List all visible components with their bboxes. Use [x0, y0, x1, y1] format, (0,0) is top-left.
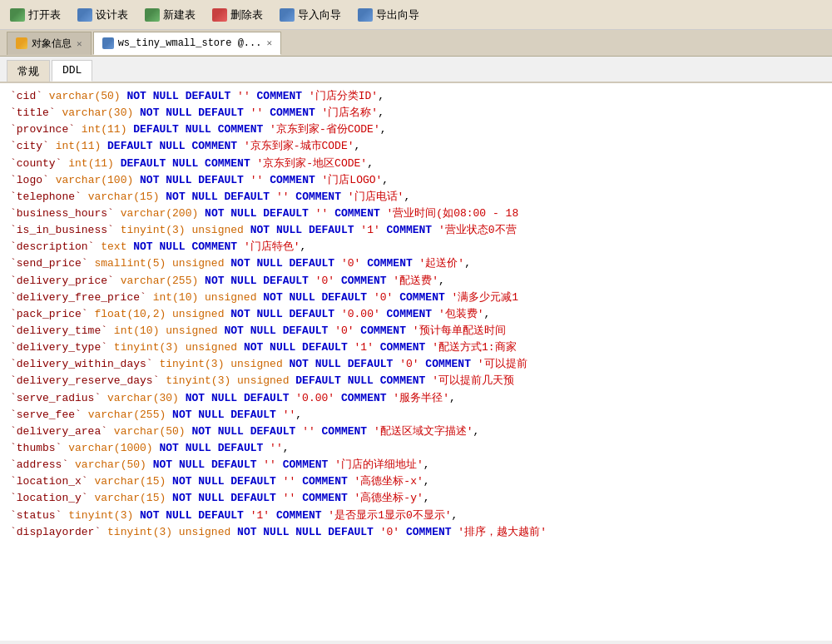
tab-object-info[interactable]: 对象信息 ✕	[7, 32, 92, 55]
export-wizard-icon	[358, 8, 373, 22]
sql-line-18: `delivery_reserve_days` tinyint(3) unsig…	[10, 373, 822, 389]
subtab-ddl[interactable]: DDL	[52, 60, 92, 82]
open-table-label: 打开表	[28, 7, 61, 22]
object-info-tab-label: 对象信息	[32, 37, 72, 51]
export-wizard-button[interactable]: 导出向导	[354, 6, 423, 24]
sql-line-14: `pack_price` float(10,2) unsigned NOT NU…	[10, 306, 822, 323]
object-info-tab-close[interactable]: ✕	[77, 38, 82, 49]
sql-line-1: `cid` varchar(50) NOT NULL DEFAULT '' CO…	[10, 88, 822, 105]
export-wizard-label: 导出向导	[376, 7, 419, 22]
subtab-general-label: 常规	[17, 66, 39, 78]
sql-line-9: `is_in_business` tinyint(3) unsigned NOT…	[10, 222, 822, 239]
subtab-ddl-label: DDL	[62, 64, 82, 77]
design-table-button[interactable]: 设计表	[74, 6, 131, 24]
import-wizard-icon	[280, 8, 295, 22]
open-table-icon	[10, 8, 25, 22]
store-table-tab-icon	[102, 37, 114, 49]
sql-line-23: `address` varchar(50) NOT NULL DEFAULT '…	[10, 457, 822, 473]
sql-line-10: `description` text NOT NULL COMMENT '门店特…	[10, 239, 822, 255]
sql-line-20: `serve_fee` varchar(255) NOT NULL DEFAUL…	[10, 407, 822, 424]
sql-line-21: `delivery_area` varchar(50) NOT NULL DEF…	[10, 424, 822, 440]
subtab-bar: 常规 DDL	[0, 57, 832, 83]
sql-line-3: `province` int(11) DEFAULT NULL COMMENT …	[10, 121, 822, 138]
sql-line-12: `delivery_price` varchar(255) NOT NULL D…	[10, 273, 822, 290]
store-table-tab-label: ws_tiny_wmall_store @...	[118, 37, 262, 49]
content-area: 常规 DDL `cid` varchar(50) NOT NULL DEFAUL…	[0, 57, 832, 614]
import-wizard-label: 导入向导	[298, 7, 341, 22]
sql-line-5: `county` int(11) DEFAULT NULL COMMENT '京…	[10, 156, 822, 172]
object-info-tab-icon	[16, 37, 27, 49]
sql-line-22: `thumbs` varchar(1000) NOT NULL DEFAULT …	[10, 440, 822, 457]
new-table-label: 新建表	[163, 7, 196, 22]
sql-line-15: `delivery_time` int(10) unsigned NOT NUL…	[10, 323, 822, 339]
sql-line-26: `status` tinyint(3) NOT NULL DEFAULT '1'…	[10, 508, 822, 524]
sql-line-4: `city` int(11) DEFAULT NULL COMMENT '京东到…	[10, 138, 822, 155]
design-table-icon	[77, 8, 92, 22]
sql-line-2: `title` varchar(30) NOT NULL DEFAULT '' …	[10, 105, 822, 121]
tab-store-table[interactable]: ws_tiny_wmall_store @... ✕	[93, 32, 281, 55]
open-table-button[interactable]: 打开表	[7, 6, 64, 24]
subtab-general[interactable]: 常规	[7, 60, 50, 82]
delete-table-label: 删除表	[230, 7, 263, 22]
tab-bar: 对象信息 ✕ ws_tiny_wmall_store @... ✕	[0, 30, 832, 57]
sql-content: `cid` varchar(50) NOT NULL DEFAULT '' CO…	[0, 83, 832, 641]
new-table-button[interactable]: 新建表	[141, 6, 199, 24]
design-table-label: 设计表	[96, 7, 128, 22]
delete-table-button[interactable]: 删除表	[209, 6, 266, 24]
new-table-icon	[145, 8, 160, 22]
sql-line-24: `location_x` varchar(15) NOT NULL DEFAUL…	[10, 473, 822, 490]
sql-line-25: `location_y` varchar(15) NOT NULL DEFAUL…	[10, 490, 822, 507]
store-table-tab-close[interactable]: ✕	[266, 37, 272, 48]
import-wizard-button[interactable]: 导入向导	[276, 6, 344, 24]
sql-line-11: `send_price` smallint(5) unsigned NOT NU…	[10, 255, 822, 272]
sql-line-8: `business_hours` varchar(200) NOT NULL D…	[10, 206, 822, 222]
sql-line-16: `delivery_type` tinyint(3) unsigned NOT …	[10, 339, 822, 356]
sql-line-27: `displayorder` tinyint(3) unsigned NOT N…	[10, 524, 822, 541]
sql-line-19: `serve_radius` varchar(30) NOT NULL DEFA…	[10, 390, 822, 407]
sql-line-17: `delivery_within_days` tinyint(3) unsign…	[10, 356, 822, 373]
sql-line-13: `delivery_free_price` int(10) unsigned N…	[10, 290, 822, 306]
delete-table-icon	[212, 8, 227, 22]
toolbar: 打开表 设计表 新建表 删除表 导入向导 导出向导	[0, 0, 832, 30]
sql-line-6: `logo` varchar(100) NOT NULL DEFAULT '' …	[10, 172, 822, 189]
sql-line-7: `telephone` varchar(15) NOT NULL DEFAULT…	[10, 189, 822, 206]
